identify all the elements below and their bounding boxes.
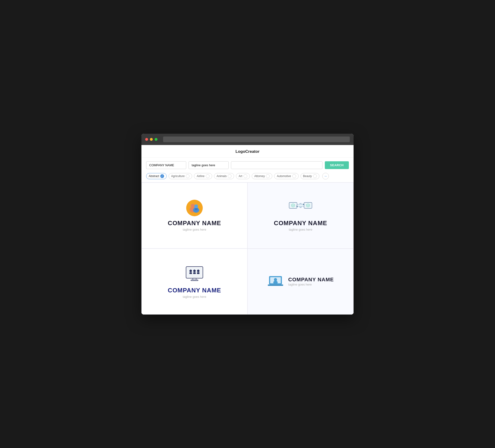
logo-2-company: COMPANY NAME	[274, 220, 327, 227]
logo-1-tagline: tagline goes here	[183, 228, 206, 231]
logo-icon-transfer: A A	[289, 200, 312, 216]
filter-next-arrow[interactable]: →	[322, 173, 329, 180]
svg-rect-22	[193, 272, 196, 274]
filter-animals-label: Animals	[217, 174, 227, 178]
svg-rect-24	[197, 272, 200, 274]
svg-text:A: A	[307, 204, 309, 207]
keyword-input[interactable]	[231, 161, 322, 169]
filter-beauty-check	[313, 174, 317, 178]
filter-agriculture-check	[186, 174, 190, 178]
close-button[interactable]	[145, 138, 148, 141]
filter-automotive[interactable]: Automotive	[274, 173, 298, 179]
minimize-button[interactable]	[150, 138, 153, 141]
svg-point-27	[274, 278, 277, 281]
filter-art[interactable]: Art	[236, 173, 250, 179]
logo-3-company: COMPANY NAME	[168, 287, 221, 294]
svg-point-19	[190, 269, 192, 272]
logo-icon-laptop-person	[267, 272, 285, 291]
filter-abstract-label: Abstract	[149, 174, 159, 178]
svg-point-21	[193, 269, 196, 272]
filter-beauty-label: Beauty	[303, 174, 312, 178]
logo-2-tagline: tagline goes here	[289, 228, 312, 231]
logo-card-3[interactable]: COMPANY NAME tagline goes here	[141, 249, 248, 315]
search-button[interactable]: SEARCH	[325, 161, 349, 169]
filter-animals[interactable]: Animals	[214, 173, 234, 179]
svg-rect-20	[190, 272, 192, 274]
filter-airline-label: Airline	[197, 174, 204, 178]
company-name-input[interactable]	[146, 161, 186, 169]
logo-4-text: COMPANY NAME tagline goes here	[288, 277, 334, 286]
logo-icon-monitor-people	[185, 265, 204, 283]
filter-airline[interactable]: Airline	[194, 173, 212, 179]
filter-automotive-check	[292, 174, 296, 178]
filter-art-check	[244, 174, 247, 178]
filter-abstract[interactable]: Abstract ✓	[146, 173, 167, 179]
logo-3-tagline: tagline goes here	[183, 295, 206, 298]
svg-text:A: A	[292, 204, 294, 207]
maximize-button[interactable]	[155, 138, 157, 141]
address-bar	[163, 137, 350, 142]
logo-card-4[interactable]: COMPANY NAME tagline goes here	[248, 249, 354, 315]
app-title: LogoCreator	[141, 145, 354, 157]
filter-attorney-check	[266, 174, 270, 178]
svg-point-4	[194, 204, 198, 208]
logo-1-company: COMPANY NAME	[168, 220, 221, 227]
filter-bar: Abstract ✓ Agriculture Airline Animals A…	[141, 173, 354, 182]
svg-rect-18	[191, 280, 198, 280]
filter-beauty[interactable]: Beauty	[301, 173, 319, 179]
svg-rect-5	[195, 208, 197, 210]
logo-4-tagline: tagline goes here	[288, 283, 334, 286]
filter-animals-check	[228, 174, 232, 178]
browser-window: LogoCreator SEARCH Abstract ✓ Agricultur…	[141, 134, 354, 315]
logo-card-2[interactable]: A A	[248, 182, 354, 249]
filter-art-label: Art	[239, 174, 242, 178]
logo-grid: COMPANY NAME tagline goes here A	[141, 182, 354, 315]
logo-card-1[interactable]: COMPANY NAME tagline goes here	[141, 182, 248, 249]
logo-4-inline: COMPANY NAME tagline goes here	[267, 272, 334, 291]
filter-abstract-check: ✓	[160, 174, 164, 178]
filter-agriculture[interactable]: Agriculture	[168, 173, 192, 179]
svg-point-28	[273, 281, 278, 284]
logo-icon-circle-person	[186, 200, 203, 216]
filter-attorney[interactable]: Attorney	[252, 173, 273, 179]
browser-titlebar	[141, 134, 354, 145]
filter-automotive-label: Automotive	[277, 174, 291, 178]
app-content: LogoCreator SEARCH Abstract ✓ Agricultur…	[141, 145, 354, 315]
svg-rect-29	[268, 285, 283, 286]
filter-airline-check	[206, 174, 209, 178]
filter-attorney-label: Attorney	[254, 174, 265, 178]
search-bar: SEARCH	[141, 157, 354, 173]
tagline-input[interactable]	[189, 161, 229, 169]
filter-agriculture-label: Agriculture	[171, 174, 185, 178]
logo-4-company: COMPANY NAME	[288, 277, 334, 283]
svg-point-23	[197, 269, 200, 272]
